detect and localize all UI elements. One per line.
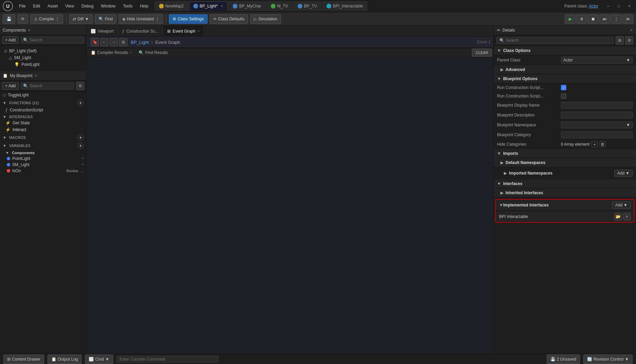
history-button[interactable]: ⟳ [17,14,28,24]
details-search-input[interactable] [506,38,611,43]
compiler-close[interactable]: × [129,50,132,55]
my-blueprint-search-input[interactable] [30,84,72,88]
menu-file[interactable]: File [16,2,29,10]
cmd-button[interactable]: ⬜ Cmd ▼ [85,354,113,364]
components-add-button[interactable]: + Add [2,36,19,44]
expand-button[interactable]: ≫ [622,14,633,24]
interfaces-toggle[interactable]: ▼ [3,115,6,119]
inherited-interfaces-header[interactable]: ▶ Inherited Interfaces [494,188,636,198]
stop-button[interactable]: ⏹ [588,14,599,24]
interfaces-header[interactable]: ▼ Interfaces [494,179,636,188]
parent-class-link[interactable]: Actor [589,4,598,8]
namespace-value[interactable]: ▼ [561,122,633,128]
construction-script-item[interactable]: ƒ ConstructionScript [0,107,86,113]
blueprint-options-header[interactable]: ▼ Blueprint Options [494,74,636,84]
tab-event-graph[interactable]: ⊞ Event Graph × [163,26,204,37]
tab-viewport[interactable]: ⬜ Viewport [87,26,118,37]
event-graph-close[interactable]: × [197,29,200,34]
display-name-input[interactable] [561,102,633,109]
tab-m-tv[interactable]: M_TV [266,1,293,11]
revision-control-button[interactable]: 🔄 Revision Control ▼ [583,354,633,364]
tab-construction-sc[interactable]: ƒ Construction Sc... [118,26,163,37]
details-settings-icon[interactable]: ⚙ [625,36,633,44]
imported-ns-add-button[interactable]: Add ▼ [614,170,633,177]
menu-asset[interactable]: Asset [44,2,61,10]
menu-help[interactable]: Help [137,2,152,10]
imports-header[interactable]: ▼ Imports [494,149,636,158]
tab-bp-light[interactable]: BP_Light* × [189,1,228,11]
nav-forward[interactable]: → [110,38,118,46]
class-settings-button[interactable]: ⚙ Class Settings [169,14,208,24]
tab-bpi-interactable[interactable]: BPI_Interactable [322,1,368,11]
parent-class-value[interactable]: Actor ▼ [561,57,633,63]
display-name-value[interactable] [561,102,633,109]
pause-button[interactable]: ⏸ [576,14,587,24]
menu-view[interactable]: View [62,2,77,10]
namespace-dropdown[interactable]: ▼ [561,122,633,128]
more-play-button[interactable]: ⋮ [611,14,622,24]
win-maximize[interactable]: □ [615,4,623,8]
components-search-input[interactable] [30,38,82,42]
bpi-browse-button[interactable]: 📂 [614,213,622,220]
details-close[interactable]: × [630,28,633,33]
find-button[interactable]: 🔍 Find [95,14,117,24]
nav-grid[interactable]: ⊞ [119,38,127,46]
get-state-item[interactable]: ⚡ Get State [0,120,86,126]
bpi-delete-button[interactable]: × [623,213,631,220]
menu-edit[interactable]: Edit [30,2,43,10]
components-search-box[interactable]: 🔍 [21,37,84,43]
category-input[interactable] [561,131,633,138]
details-scroll[interactable]: ▼ Class Options Parent Class Actor ▼ ▶ A… [494,46,636,354]
interact-item[interactable]: ⚡ Interact [0,126,86,133]
save-button[interactable]: 💾 [3,14,15,24]
variables-toggle[interactable]: ▼ [3,144,6,148]
parent-class-dropdown[interactable]: Actor ▼ [561,57,633,63]
hide-unrelated-button[interactable]: ◈ Hide Unrelated ⋮ [119,14,163,24]
compile-button[interactable]: ⚠ Compile ⋮ [30,14,63,24]
win-close[interactable]: × [625,4,633,8]
diff-button[interactable]: ⇄ Diff ▼ [69,14,93,24]
run-construction1-checkbox[interactable]: ✓ [561,85,566,90]
class-defaults-button[interactable]: ✏ Class Defaults [210,14,248,24]
comp-bp-light-self[interactable]: ◇ BP_Light (Self) [2,48,84,54]
hide-categories-del[interactable]: 🗑 [600,141,606,147]
hide-categories-add[interactable]: + [591,141,598,147]
nav-bookmark[interactable]: 🔖 [91,38,99,46]
clear-button[interactable]: CLEAR [472,49,492,57]
tab-bp-mychar[interactable]: BP_MyChar [228,1,266,11]
comp-point-light[interactable]: 💡 PointLight [2,61,84,68]
my-blueprint-search-box[interactable]: 🔍 [21,83,74,89]
menu-debug[interactable]: Debug [78,2,97,10]
variables-add-button[interactable]: + [77,143,84,149]
content-drawer-button[interactable]: ⊞ Content Drawer [3,354,44,364]
components-var-toggle[interactable]: ▼ [5,151,9,155]
toggle-light-item[interactable]: ◇ ToggleLight [0,92,86,98]
comp-sm-light[interactable]: △ SM_Light [2,54,84,61]
unsaved-button[interactable]: 💾 2 Unsaved [547,354,580,364]
class-options-header[interactable]: ▼ Class Options [494,46,636,55]
tab-newmap2[interactable]: NewMap2 [155,1,188,11]
tab-bp-tv[interactable]: BP_TV [293,1,321,11]
category-value[interactable] [561,131,633,138]
simulation-button[interactable]: ▷ Simulation [250,14,281,24]
functions-toggle[interactable]: ▼ [3,101,6,105]
my-blueprint-settings-icon[interactable]: ⚙ [76,82,84,90]
var-ison[interactable]: IsOn Boolea ⌄ [0,168,86,174]
breadcrumb-blueprint[interactable]: BP_Light [131,40,149,45]
macros-add-button[interactable]: + [77,134,84,141]
run-construction2-checkbox[interactable] [561,93,566,99]
details-search-box[interactable]: 🔍 [496,37,614,44]
skip-button[interactable]: ⏭ [599,14,610,24]
play-button[interactable]: ▶ [565,14,576,24]
compiler-results-tab[interactable]: 📋 Compiler Results × [88,50,135,56]
description-value[interactable] [561,112,633,119]
advanced-header[interactable]: ▶ Advanced [494,65,636,74]
my-blueprint-close[interactable]: × [35,73,37,78]
var-pointlight[interactable]: PointLight • [0,156,86,162]
imported-ns-header[interactable]: ▶ Imported Namespaces [497,169,612,178]
details-grid-icon[interactable]: ⊞ [616,36,624,44]
tab-close-bp-light[interactable]: × [221,4,223,8]
default-namespaces-header[interactable]: ▶ Default Namespaces [494,158,636,167]
output-log-button[interactable]: 📋 Output Log [48,354,82,364]
var-sm-light[interactable]: SM_Light • [0,162,86,168]
